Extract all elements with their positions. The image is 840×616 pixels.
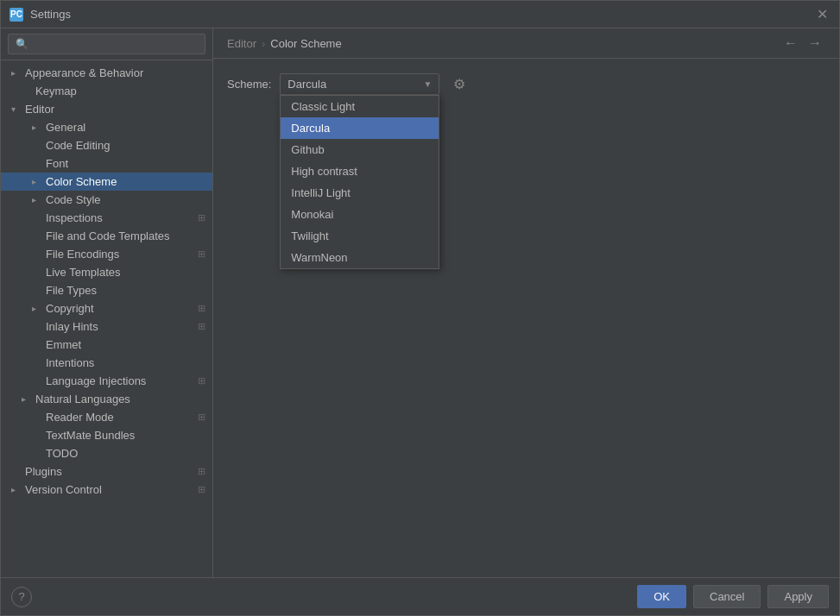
sidebar-item-emmet[interactable]: Emmet <box>1 336 212 354</box>
sidebar-item-version-control[interactable]: ▸Version Control⊞ <box>1 481 212 499</box>
dropdown-arrow-icon: ▼ <box>423 79 432 89</box>
expand-arrow-icon: ▸ <box>32 177 42 186</box>
sidebar-item-label: TODO <box>46 447 78 460</box>
cancel-button[interactable]: Cancel <box>693 585 761 608</box>
badge-icon: ⊞ <box>198 303 205 314</box>
badge-icon: ⊞ <box>198 484 205 495</box>
sidebar-item-textmate-bundles[interactable]: TextMate Bundles <box>1 426 212 444</box>
sidebar-item-label: Keymap <box>35 85 77 97</box>
dropdown-item-intellij-light[interactable]: IntelliJ Light <box>281 182 439 204</box>
scheme-selected-value: Darcula <box>287 78 326 91</box>
ok-button[interactable]: OK <box>637 585 686 608</box>
sidebar-item-editor[interactable]: ▾Editor <box>1 100 212 118</box>
dropdown-item-warmneon[interactable]: WarmNeon <box>281 247 439 268</box>
back-button[interactable]: ← <box>780 35 801 51</box>
expand-arrow-icon: ▸ <box>32 304 42 313</box>
expand-arrow-icon: ▸ <box>32 195 42 204</box>
scheme-label: Scheme: <box>227 78 271 91</box>
sidebar-item-keymap[interactable]: Keymap <box>1 82 212 100</box>
sidebar-item-inspections[interactable]: Inspections⊞ <box>1 209 212 227</box>
sidebar-item-copyright[interactable]: ▸Copyright⊞ <box>1 299 212 317</box>
sidebar-item-color-scheme[interactable]: ▸Color Scheme <box>1 173 212 191</box>
expand-arrow-icon: ▸ <box>32 123 42 132</box>
dropdown-item-twilight[interactable]: Twilight <box>281 225 439 247</box>
breadcrumb-parent: Editor <box>227 37 256 50</box>
expand-arrow-icon: ▾ <box>11 104 22 114</box>
sidebar-item-appearance[interactable]: ▸Appearance & Behavior <box>1 64 212 82</box>
apply-button[interactable]: Apply <box>767 585 829 608</box>
badge-icon: ⊞ <box>198 212 205 223</box>
sidebar-item-label: General <box>46 121 85 134</box>
dropdown-item-classic-light[interactable]: Classic Light <box>281 96 439 117</box>
expand-arrow-icon: ▸ <box>11 485 22 494</box>
scheme-dropdown-trigger[interactable]: Darcula ▼ <box>280 73 439 95</box>
footer: ? OK Cancel Apply <box>1 577 839 615</box>
sidebar-item-inlay-hints[interactable]: Inlay Hints⊞ <box>1 317 212 336</box>
window-title: Settings <box>30 8 71 21</box>
breadcrumb-bar: Editor › Color Scheme ← → <box>213 28 839 59</box>
sidebar-item-language-injections[interactable]: Language Injections⊞ <box>1 372 212 390</box>
sidebar-item-label: Code Editing <box>46 139 110 152</box>
breadcrumb-current: Color Scheme <box>270 37 341 50</box>
sidebar-item-label: File Encodings <box>46 248 119 261</box>
sidebar-item-label: Intentions <box>46 356 94 369</box>
nav-arrows: ← → <box>780 35 825 51</box>
right-panel: Editor › Color Scheme ← → Scheme: Darcul… <box>213 28 839 577</box>
sidebar-item-label: Plugins <box>25 465 62 478</box>
badge-icon: ⊞ <box>198 466 205 477</box>
badge-icon: ⊞ <box>198 412 205 423</box>
sidebar-item-reader-mode[interactable]: Reader Mode⊞ <box>1 408 212 426</box>
sidebar-item-label: Live Templates <box>46 266 120 279</box>
sidebar-item-label: Inlay Hints <box>46 320 98 333</box>
badge-icon: ⊞ <box>198 321 205 332</box>
main-content: ▸Appearance & BehaviorKeymap▾Editor▸Gene… <box>1 28 839 577</box>
dropdown-item-high-contrast[interactable]: High contrast <box>281 160 439 182</box>
expand-arrow-icon: ▸ <box>11 68 22 78</box>
sidebar-item-label: File and Code Templates <box>46 229 170 242</box>
app-icon: PC <box>9 8 23 22</box>
sidebar-item-label: Font <box>46 157 68 170</box>
titlebar-left: PC Settings <box>9 8 71 22</box>
breadcrumb-separator: › <box>262 37 265 50</box>
sidebar-item-label: Color Scheme <box>46 175 117 188</box>
help-button[interactable]: ? <box>11 587 32 607</box>
dropdown-item-darcula[interactable]: Darcula <box>281 117 439 139</box>
nav-tree: ▸Appearance & BehaviorKeymap▾Editor▸Gene… <box>1 60 212 577</box>
sidebar-item-label: Emmet <box>46 338 81 351</box>
sidebar-item-label: Reader Mode <box>46 411 114 424</box>
sidebar-item-code-style[interactable]: ▸Code Style <box>1 191 212 209</box>
sidebar-item-plugins[interactable]: Plugins⊞ <box>1 462 212 481</box>
sidebar-item-label: Editor <box>25 103 54 116</box>
sidebar-item-file-code-templates[interactable]: File and Code Templates <box>1 227 212 245</box>
sidebar: ▸Appearance & BehaviorKeymap▾Editor▸Gene… <box>1 28 213 577</box>
close-button[interactable]: ✕ <box>813 6 831 22</box>
sidebar-item-label: Inspections <box>46 211 103 224</box>
badge-icon: ⊞ <box>198 248 205 260</box>
sidebar-item-label: Copyright <box>46 302 94 315</box>
scheme-dropdown: Darcula ▼ Classic LightDarculaGithubHigh… <box>280 73 439 95</box>
badge-icon: ⊞ <box>198 375 205 387</box>
sidebar-item-label: Version Control <box>25 483 102 496</box>
sidebar-item-natural-languages[interactable]: ▸Natural Languages <box>1 390 212 408</box>
dropdown-item-monokai[interactable]: Monokai <box>281 204 439 225</box>
scheme-row: Scheme: Darcula ▼ Classic LightDarculaGi… <box>227 72 825 95</box>
sidebar-item-font[interactable]: Font <box>1 154 212 173</box>
sidebar-item-todo[interactable]: TODO <box>1 444 212 462</box>
sidebar-item-file-encodings[interactable]: File Encodings⊞ <box>1 245 212 263</box>
sidebar-item-intentions[interactable]: Intentions <box>1 354 212 372</box>
dropdown-item-github[interactable]: Github <box>281 139 439 160</box>
titlebar: PC Settings ✕ <box>1 1 839 28</box>
sidebar-item-code-editing[interactable]: Code Editing <box>1 136 212 154</box>
sidebar-item-live-templates[interactable]: Live Templates <box>1 263 212 281</box>
forward-button[interactable]: → <box>805 35 825 51</box>
gear-button[interactable]: ⚙ <box>448 72 471 95</box>
sidebar-item-file-types[interactable]: File Types <box>1 281 212 299</box>
search-input[interactable] <box>8 34 205 54</box>
footer-buttons: OK Cancel Apply <box>637 585 829 608</box>
sidebar-item-label: Natural Languages <box>35 393 130 405</box>
settings-window: PC Settings ✕ ▸Appearance & BehaviorKeym… <box>0 0 840 616</box>
search-box <box>1 28 212 60</box>
sidebar-item-general[interactable]: ▸General <box>1 118 212 136</box>
panel-content: Scheme: Darcula ▼ Classic LightDarculaGi… <box>213 59 839 577</box>
sidebar-item-label: Language Injections <box>46 374 146 387</box>
